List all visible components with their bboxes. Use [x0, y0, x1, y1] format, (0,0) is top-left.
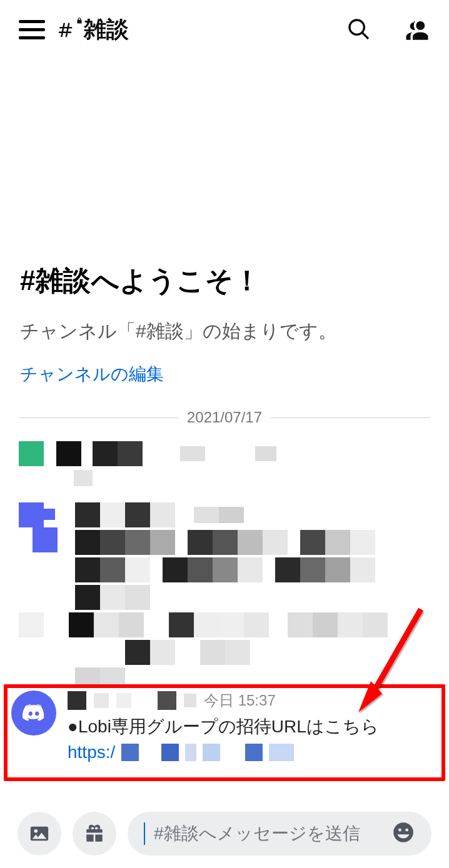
- welcome-block: #雑談へようこそ！ チャンネル「#雑談」の始まりです。 チャンネルの編集: [0, 262, 449, 386]
- channel-content: #雑談へようこそ！ チャンネル「#雑談」の始まりです。 チャンネルの編集 202…: [0, 59, 449, 797]
- redacted-messages: [0, 426, 449, 686]
- divider-date: 2021/07/17: [187, 409, 262, 426]
- app-header: 雑談: [0, 0, 449, 59]
- edit-channel-link[interactable]: チャンネルの編集: [20, 362, 164, 386]
- members-icon[interactable]: [404, 17, 430, 43]
- message-input-container[interactable]: [128, 812, 431, 856]
- date-divider: 2021/07/17: [0, 409, 449, 426]
- emoji-icon[interactable]: [391, 821, 415, 847]
- welcome-subtitle: チャンネル「#雑談」の始まりです。: [20, 317, 429, 345]
- welcome-title: #雑談へようこそ！: [20, 262, 429, 299]
- annotation-highlight-box: [4, 684, 445, 781]
- header-right: [346, 17, 430, 43]
- message-composer: [0, 799, 449, 868]
- search-icon[interactable]: [346, 17, 373, 43]
- channel-badge[interactable]: 雑談: [59, 14, 129, 45]
- menu-icon[interactable]: [19, 17, 45, 43]
- hash-lock-icon: [59, 21, 78, 39]
- header-left: 雑談: [19, 14, 129, 45]
- message-input[interactable]: [154, 824, 383, 844]
- text-caret: [144, 822, 145, 845]
- gift-button[interactable]: [73, 812, 116, 856]
- channel-name: 雑談: [84, 14, 129, 45]
- attach-image-button[interactable]: [18, 812, 61, 856]
